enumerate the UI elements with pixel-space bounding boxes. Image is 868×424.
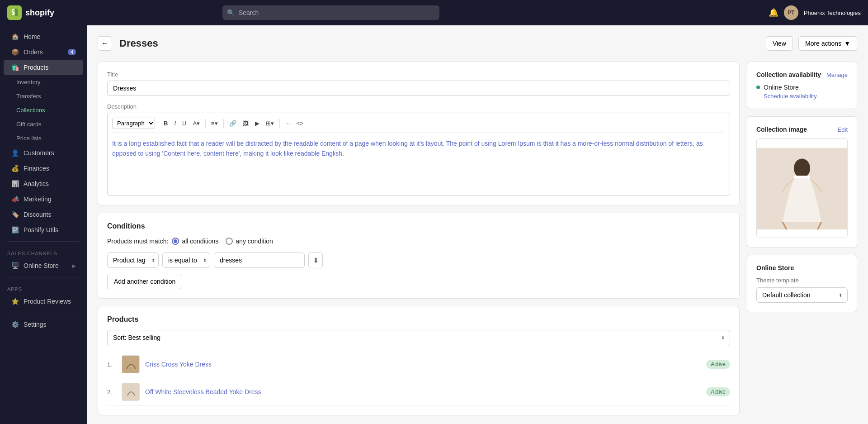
status-badge: Active [706, 360, 730, 369]
side-column: Collection availability Manage Online St… [747, 62, 857, 415]
toolbar-divider-1 [158, 119, 158, 128]
apps-label: Apps [0, 281, 87, 294]
sidebar-item-label: Discounts [24, 211, 51, 218]
sidebar-item-customers[interactable]: 👤 Customers [4, 145, 83, 161]
sidebar-item-discounts[interactable]: 🏷️ Discounts [4, 207, 83, 222]
condition-operator-wrapper: is equal to [162, 252, 210, 268]
home-icon: 🏠 [11, 33, 19, 41]
status-badge: Active [706, 387, 730, 396]
sidebar: 🏠 Home 📦 Orders 4 🛍️ Products Inventory … [0, 25, 87, 424]
image-button[interactable]: 🖼 [240, 118, 251, 129]
back-button[interactable]: ← [98, 36, 112, 51]
view-button[interactable]: View [766, 36, 793, 51]
theme-select-wrapper: Default collection [756, 287, 848, 303]
products-icon: 🛍️ [11, 63, 19, 71]
customers-icon: 👤 [11, 149, 19, 157]
underline-button[interactable]: U [179, 118, 189, 129]
link-button[interactable]: 🔗 [226, 118, 239, 129]
table-button[interactable]: ⊞▾ [263, 118, 277, 129]
title-label: Title [107, 71, 730, 78]
sidebar-item-label: Settings [24, 321, 47, 328]
product-num: 1. [107, 361, 116, 368]
content-area: Title Description Paragraph B I [98, 62, 857, 415]
availability-row: Online Store [756, 84, 848, 91]
condition-field-wrapper: Product tag [107, 252, 159, 268]
page-header: ← Dresses View More actions ▼ [98, 36, 857, 51]
poshify-icon: 🅿️ [11, 226, 19, 234]
sidebar-item-label: Gift cards [16, 121, 42, 128]
availability-header: Collection availability Manage [756, 71, 848, 78]
title-input[interactable] [107, 81, 730, 96]
image-header: Collection image Edit [756, 126, 848, 133]
italic-button[interactable]: I [171, 118, 179, 129]
online-store-icon: 🖥️ [11, 262, 19, 270]
sidebar-item-inventory[interactable]: Inventory [4, 75, 83, 89]
more-button[interactable]: ··· [283, 118, 293, 129]
add-condition-button[interactable]: Add another condition [107, 274, 182, 289]
online-store-title: Online Store [756, 264, 848, 272]
avatar: PT [784, 5, 798, 20]
sidebar-item-settings[interactable]: ⚙️ Settings [4, 317, 83, 332]
description-content[interactable]: It is a long established fact that a rea… [112, 137, 725, 191]
product-item: 2. Off White Sleeveless Beaded Yoke Dres… [107, 378, 730, 406]
orders-icon: 📦 [11, 48, 19, 56]
edit-image-button[interactable]: Edit [838, 126, 848, 133]
marketing-icon: 📣 [11, 195, 19, 203]
toolbar-divider-3 [223, 119, 224, 128]
page-title: Dresses [119, 38, 158, 49]
sidebar-item-finances[interactable]: 💰 Finances [4, 161, 83, 176]
product-name[interactable]: Criss Cross Yoke Dress [145, 361, 701, 368]
shopify-logo-icon [7, 5, 22, 20]
sidebar-item-price-lists[interactable]: Price lists [4, 131, 83, 145]
availability-title: Collection availability [756, 71, 821, 78]
condition-delete-button[interactable]: ⬍ [308, 252, 323, 268]
main-column: Title Description Paragraph B I [98, 62, 740, 415]
manage-button[interactable]: Manage [826, 71, 848, 78]
sidebar-item-collections[interactable]: Collections [4, 103, 83, 117]
all-conditions-radio[interactable]: all conditions [172, 238, 218, 245]
align-button[interactable]: ≡▾ [208, 118, 221, 129]
sidebar-item-home[interactable]: 🏠 Home [4, 29, 83, 44]
sidebar-item-online-store[interactable]: 🖥️ Online Store ▶ [4, 258, 83, 273]
condition-field-select[interactable]: Product tag [107, 252, 159, 268]
schedule-availability-link[interactable]: Schedule availability [764, 93, 848, 100]
sidebar-item-poshify[interactable]: 🅿️ Poshify Utils [4, 222, 83, 238]
sidebar-item-orders[interactable]: 📦 Orders 4 [4, 44, 83, 60]
sort-wrapper: Sort: Best selling [107, 330, 730, 345]
product-list: 1. Criss Cross Yoke Dress Active [107, 351, 730, 406]
layout: 🏠 Home 📦 Orders 4 🛍️ Products Inventory … [0, 25, 868, 424]
product-name[interactable]: Off White Sleeveless Beaded Yoke Dress [145, 388, 701, 395]
conditions-card: Conditions Products must match: all cond… [98, 213, 740, 299]
bold-button[interactable]: B [161, 118, 170, 129]
condition-value-input[interactable] [214, 252, 305, 268]
topbar-right: 🔔 PT Phoenix Technologies [769, 5, 861, 20]
sidebar-item-transfers[interactable]: Transfers [4, 89, 83, 103]
paragraph-select[interactable]: Paragraph [112, 118, 155, 129]
products-title: Products [107, 315, 730, 324]
sidebar-item-marketing[interactable]: 📣 Marketing [4, 191, 83, 207]
product-thumb [122, 383, 140, 401]
source-button[interactable]: <> [294, 118, 306, 129]
bell-icon[interactable]: 🔔 [769, 8, 778, 18]
toolbar-divider-2 [205, 119, 206, 128]
any-condition-radio[interactable]: any condition [226, 238, 273, 245]
sidebar-item-product-reviews[interactable]: ⭐ Product Reviews [4, 294, 83, 309]
sidebar-item-gift-cards[interactable]: Gift cards [4, 117, 83, 131]
sort-select[interactable]: Sort: Best selling [107, 330, 730, 345]
search-input[interactable] [222, 5, 439, 20]
sidebar-item-label: Customers [24, 149, 54, 157]
sidebar-item-products[interactable]: 🛍️ Products [4, 60, 83, 75]
sidebar-item-analytics[interactable]: 📊 Analytics [4, 176, 83, 191]
search-bar[interactable]: 🔍 [222, 5, 439, 20]
condition-operator-select[interactable]: is equal to [162, 252, 210, 268]
more-actions-button[interactable]: More actions ▼ [798, 36, 857, 51]
video-button[interactable]: ▶ [252, 118, 262, 129]
page-actions: View More actions ▼ [766, 36, 857, 51]
condition-row: Product tag is equal to ⬍ [107, 252, 730, 268]
logo: shopify [7, 5, 54, 20]
radio-group: all conditions any condition [172, 238, 273, 245]
theme-select[interactable]: Default collection [756, 287, 848, 303]
sidebar-item-label: Marketing [24, 195, 51, 203]
settings-icon: ⚙️ [11, 320, 19, 329]
text-color-button[interactable]: A▾ [190, 118, 203, 129]
